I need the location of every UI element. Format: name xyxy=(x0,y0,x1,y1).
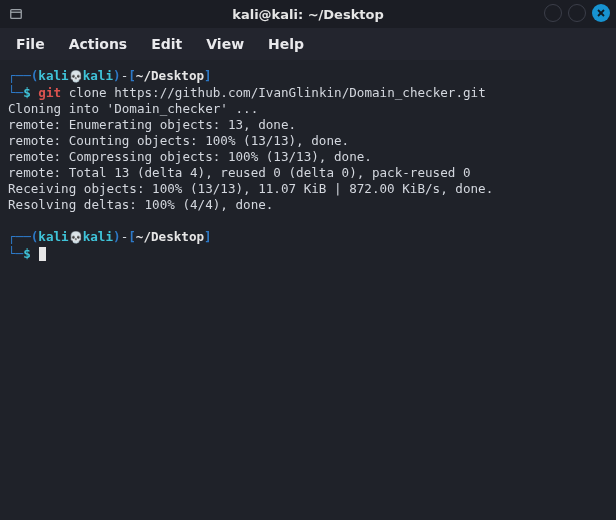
menu-file[interactable]: File xyxy=(6,32,55,56)
prompt-rparen: ) xyxy=(113,229,121,244)
prompt-branch-bl: └─ xyxy=(8,85,23,100)
prompt-dollar: $ xyxy=(23,85,31,100)
output-line: remote: Enumerating objects: 13, done. xyxy=(8,117,608,133)
command-program: git xyxy=(38,85,61,100)
input-line: └─$ xyxy=(8,246,608,262)
skull-icon: 💀 xyxy=(69,70,83,83)
prompt-branch-tl: ┌── xyxy=(8,68,31,83)
svg-rect-0 xyxy=(11,10,22,19)
output-line: Resolving deltas: 100% (4/4), done. xyxy=(8,197,608,213)
output-line: remote: Compressing objects: 100% (13/13… xyxy=(8,149,608,165)
output-line: remote: Total 13 (delta 4), reused 0 (de… xyxy=(8,165,608,181)
prompt-dollar: $ xyxy=(23,246,31,261)
window-controls xyxy=(544,4,610,22)
app-menu-icon[interactable] xyxy=(6,7,26,21)
menu-actions[interactable]: Actions xyxy=(59,32,138,56)
terminal-output[interactable]: ┌──(kali💀kali)-[~/Desktop]└─$ git clone … xyxy=(0,60,616,520)
prompt-line-2: ┌──(kali💀kali)-[~/Desktop] xyxy=(8,229,608,246)
menu-help[interactable]: Help xyxy=(258,32,314,56)
prompt-rbracket: ] xyxy=(204,229,212,244)
prompt-lbracket: [ xyxy=(128,229,136,244)
command-args: clone https://github.com/IvanGlinkin/Dom… xyxy=(69,85,486,100)
skull-icon: 💀 xyxy=(69,231,83,244)
menu-view[interactable]: View xyxy=(196,32,254,56)
close-button[interactable] xyxy=(592,4,610,22)
titlebar[interactable]: kali@kali: ~/Desktop xyxy=(0,0,616,28)
output-line: remote: Counting objects: 100% (13/13), … xyxy=(8,133,608,149)
window-title: kali@kali: ~/Desktop xyxy=(0,7,616,22)
prompt-user: kali xyxy=(38,229,68,244)
prompt-cwd: ~/Desktop xyxy=(136,68,204,83)
prompt-line-1: ┌──(kali💀kali)-[~/Desktop] xyxy=(8,68,608,85)
text-cursor xyxy=(39,247,46,261)
maximize-button[interactable] xyxy=(568,4,586,22)
output-line: Cloning into 'Domain_checker' ... xyxy=(8,101,608,117)
prompt-user: kali xyxy=(38,68,68,83)
terminal-window: kali@kali: ~/Desktop File Actions Edit V… xyxy=(0,0,616,520)
menubar: File Actions Edit View Help xyxy=(0,28,616,60)
prompt-host: kali xyxy=(83,68,113,83)
prompt-branch-bl: └─ xyxy=(8,246,23,261)
output-line: Receiving objects: 100% (13/13), 11.07 K… xyxy=(8,181,608,197)
prompt-rparen: ) xyxy=(113,68,121,83)
prompt-branch-tl: ┌── xyxy=(8,229,31,244)
prompt-host: kali xyxy=(83,229,113,244)
prompt-lbracket: [ xyxy=(128,68,136,83)
prompt-rbracket: ] xyxy=(204,68,212,83)
command-line: └─$ git clone https://github.com/IvanGli… xyxy=(8,85,608,101)
minimize-button[interactable] xyxy=(544,4,562,22)
menu-edit[interactable]: Edit xyxy=(141,32,192,56)
prompt-cwd: ~/Desktop xyxy=(136,229,204,244)
